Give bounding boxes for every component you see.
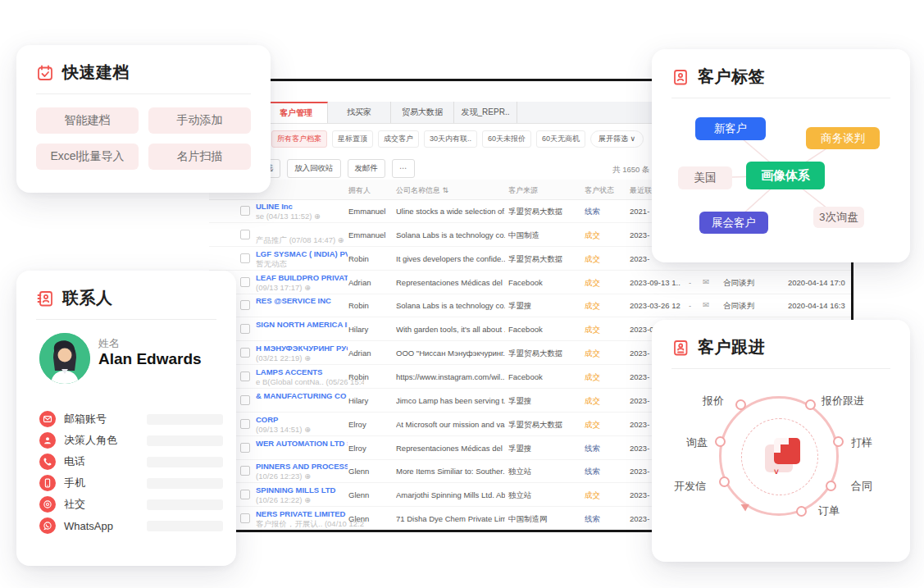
cycle-node[interactable] xyxy=(805,399,816,410)
step-dev-letter: 开发信 xyxy=(674,479,706,494)
customer-name-link[interactable]: WER AUTOMATION LTD SIEME xyxy=(256,439,348,448)
row-checkbox[interactable] xyxy=(240,513,250,523)
divider xyxy=(36,319,216,320)
cycle-node[interactable] xyxy=(826,481,836,491)
tab-discover[interactable]: 发现_REPR.. xyxy=(454,102,517,123)
recycle-bin-button[interactable]: 放入回收站 xyxy=(287,159,341,178)
smart-create-button[interactable]: 智能建档 xyxy=(36,107,139,134)
customer-name-link[interactable]: CORP xyxy=(256,415,348,424)
row-checkbox[interactable] xyxy=(240,300,250,310)
field-placeholder-bar[interactable] xyxy=(147,414,223,425)
row-checkbox[interactable] xyxy=(240,206,250,216)
empty-cell: - xyxy=(689,301,691,310)
status-badge: 成交 xyxy=(585,325,617,335)
field-placeholder-bar[interactable] xyxy=(147,457,223,467)
customer-name-link[interactable]: LAMPS ACCENTS xyxy=(256,367,348,376)
customer-name-link[interactable]: & MANUFACTURING CO xyxy=(256,391,348,400)
company-info-cell: Amarjothi Spinning Mills Ltd. Ab.. xyxy=(396,490,505,499)
status-badge: 线索 xyxy=(585,444,617,454)
tag-chip[interactable]: 商务谈判 xyxy=(806,127,880,149)
row-checkbox[interactable] xyxy=(240,230,250,239)
quick-create-title: 快速建档 xyxy=(62,62,130,84)
customer-name-link[interactable]: PINNERS AND PROCESSORS xyxy=(256,462,348,471)
card-scan-button[interactable]: 名片扫描 xyxy=(148,144,251,170)
cycle-node[interactable] xyxy=(715,436,726,447)
envelope-icon[interactable]: ✉ xyxy=(703,300,709,309)
whatsapp-icon xyxy=(39,517,56,534)
filter-noopp-60d[interactable]: 60天无商机 xyxy=(536,130,585,148)
filter-contacted-30d[interactable]: 30天内有联.. xyxy=(424,130,477,148)
row-checkbox[interactable] xyxy=(240,419,250,429)
field-placeholder-bar[interactable] xyxy=(147,435,223,446)
source-cell: 孚盟搜 xyxy=(508,301,582,312)
company-info-cell: It gives developers the confide... xyxy=(396,254,505,263)
field-placeholder-bar[interactable] xyxy=(147,478,223,489)
row-checkbox[interactable] xyxy=(240,324,250,334)
customer-name-link[interactable]: LEAF BUILDPRO PRIVATE LIMITED xyxy=(256,273,348,282)
filter-starred[interactable]: 星标置顶 xyxy=(332,130,373,148)
scroll-indicator-dot[interactable] xyxy=(515,530,518,532)
column-header-source[interactable]: 客户来源 xyxy=(508,185,538,196)
customer-name-link[interactable]: RES @SERVICE INC xyxy=(256,296,348,305)
cycle-node[interactable] xyxy=(735,399,746,410)
field-placeholder-bar[interactable] xyxy=(147,499,223,510)
source-cell: Facebook xyxy=(508,325,582,334)
filter-all-customers[interactable]: 所有客户档案 xyxy=(271,130,327,148)
company-info-cell: Uline stocks a wide selection of... xyxy=(396,207,505,216)
column-header-owner[interactable]: 拥有人 xyxy=(348,185,371,196)
customer-name-link[interactable]: Н МЭНУФЭКЧУРИНГ РУС xyxy=(256,344,348,353)
tag-connector-lines xyxy=(652,49,910,262)
tag-chip[interactable]: 3次询盘 xyxy=(813,207,864,228)
more-actions-button[interactable]: ⋯ xyxy=(392,159,415,178)
row-checkbox[interactable] xyxy=(240,443,250,453)
tag-chip[interactable]: 展会客户 xyxy=(699,212,768,234)
row-checkbox[interactable] xyxy=(240,253,250,263)
row-checkbox[interactable] xyxy=(240,371,250,381)
tag-chip[interactable]: 新客户 xyxy=(695,117,766,140)
person-icon xyxy=(39,432,56,449)
contact-field-email: 邮箱账号 xyxy=(39,408,236,430)
expand-filters-button[interactable]: 展开筛选 ∨ xyxy=(590,130,644,148)
excel-import-button[interactable]: Excel批量导入 xyxy=(36,144,139,170)
contact-field-whatsapp: WhatsApp xyxy=(39,515,236,536)
tab-trade-bigdata[interactable]: 贸易大数据 xyxy=(391,102,454,123)
status-badge: 成交 xyxy=(585,420,617,431)
field-label: 邮箱账号 xyxy=(64,412,139,426)
send-email-button[interactable]: 发邮件 xyxy=(348,159,386,178)
manual-add-button[interactable]: 手动添加 xyxy=(148,107,251,134)
table-row[interactable]: LEAF BUILDPRO PRIVATE LIMITED (09/13 17:… xyxy=(209,271,851,294)
row-checkbox[interactable] xyxy=(240,348,250,358)
cycle-node[interactable] xyxy=(796,506,807,517)
row-checkbox[interactable] xyxy=(240,490,250,499)
cycle-node[interactable] xyxy=(719,476,730,487)
contact-fields: 邮箱账号 决策人角色 电话 手机 社交 xyxy=(39,408,236,536)
filter-noquote-60d[interactable]: 60天未报价 xyxy=(482,130,531,148)
name-field-label: 姓名 xyxy=(98,336,120,351)
cycle-node[interactable] xyxy=(833,436,844,447)
customer-name-link[interactable]: LGF SYSMAC ( INDIA) PVT LTD xyxy=(256,249,348,258)
customer-name-link[interactable]: ULINE Inc xyxy=(256,202,348,211)
customer-name-link[interactable]: SPINNING MILLS LTD xyxy=(256,485,348,495)
filter-deal-customers[interactable]: 成交客户 xyxy=(378,130,419,148)
row-checkbox[interactable] xyxy=(240,466,250,476)
tab-find-buyers[interactable]: 找买家 xyxy=(328,102,391,123)
envelope-icon[interactable]: ✉ xyxy=(703,277,709,286)
customer-name-link[interactable]: SIGN NORTH AMERICA INC xyxy=(256,320,348,329)
column-header-status[interactable]: 客户状态 xyxy=(585,185,614,196)
status-badge: 线索 xyxy=(585,467,617,477)
customer-tags-card: 客户标签 新客户商务谈判美国画像体系展会客户3次询盘 xyxy=(652,49,910,262)
tag-chip[interactable]: 美国 xyxy=(678,166,732,189)
table-row[interactable]: RES @SERVICE INC Robin Solana Labs is a … xyxy=(209,294,851,317)
field-placeholder-bar[interactable] xyxy=(147,521,223,531)
contact-field-mobile: 手机 xyxy=(39,472,236,494)
row-checkbox[interactable] xyxy=(240,277,250,287)
tag-chip[interactable]: 画像体系 xyxy=(746,162,825,189)
contact-header: 联系人 xyxy=(16,271,236,319)
column-header-company[interactable]: 公司名称信息 ⇅ xyxy=(396,185,448,196)
company-info-cell: More Items Similiar to: Souther... xyxy=(396,467,505,476)
datetime-cell: 2020-04-14 17:0 xyxy=(788,278,849,287)
customer-name-link[interactable]: NERS PRIVATE LIMITED xyxy=(256,509,348,518)
row-checkbox[interactable] xyxy=(240,395,250,405)
tab-customer-management[interactable]: 客户管理 xyxy=(265,102,328,123)
owner-cell: Emmanuel xyxy=(348,230,393,239)
